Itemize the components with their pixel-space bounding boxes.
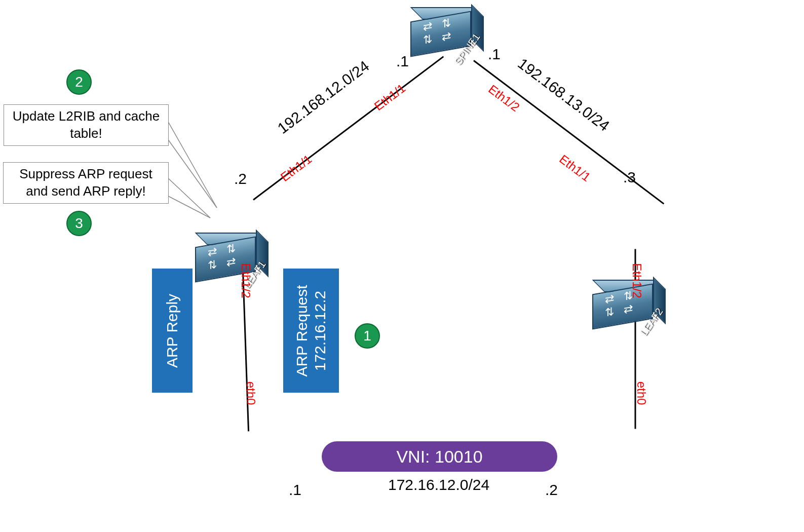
arp-reply-label: ARP Reply — [164, 293, 181, 367]
switch-spine1: ⇄⇅⇅⇄ SPINE1 — [410, 9, 481, 54]
iface-spine-right: Eth1/2 — [486, 82, 522, 115]
step-3: 3 — [66, 211, 92, 236]
switch-leaf1: ⇄⇅⇅⇄ LEAF1 — [195, 234, 266, 280]
svg-line-0 — [167, 120, 217, 208]
ip-leaf1: .2 — [234, 170, 247, 187]
ip-s2: .2 — [545, 481, 558, 499]
ip-spine-left: .1 — [396, 53, 409, 70]
iface-spine-left: Eth1/1 — [372, 81, 408, 113]
iface-leaf1-up: Eth1/1 — [278, 152, 315, 184]
vni-tunnel: VNI: 10010 — [322, 441, 557, 472]
iface-leaf1-down: Eth1/2 — [239, 263, 253, 298]
subnet-spine-leaf2: 192.168.13.0/24 — [515, 55, 613, 135]
subnet-spine-leaf1: 192.168.12.0/24 — [275, 57, 373, 137]
overlay-subnet: 172.16.12.0/24 — [388, 476, 489, 493]
svg-line-1 — [167, 138, 217, 208]
step-1: 1 — [355, 323, 380, 349]
ip-s1: .1 — [289, 481, 301, 499]
vni-label: VNI: 10010 — [396, 447, 482, 467]
ip-leaf2: .3 — [623, 169, 636, 186]
iface-s2: eth0 — [634, 382, 648, 405]
iface-s1: eth0 — [244, 382, 258, 405]
svg-line-2 — [167, 177, 210, 218]
callout-step2: Update L2RIB and cache table! — [4, 104, 169, 146]
arp-request-target: 172.16.12.2 — [312, 290, 328, 370]
ip-spine-right: .1 — [488, 46, 501, 63]
switch-leaf2: ⇄⇅⇅⇄ LEAF2 — [592, 281, 663, 327]
iface-leaf2-down: Eth1/2 — [630, 263, 644, 298]
step-2: 2 — [66, 69, 92, 95]
iface-leaf2-up: Eth1/1 — [557, 152, 593, 184]
svg-line-3 — [167, 196, 210, 218]
arp-reply-box: ARP Reply — [152, 269, 193, 393]
arp-request-box: ARP Request 172.16.12.2 — [283, 269, 339, 393]
arp-request-title: ARP Request — [293, 285, 310, 376]
callout-step3: Suppress ARP request and send ARP reply! — [3, 162, 169, 204]
